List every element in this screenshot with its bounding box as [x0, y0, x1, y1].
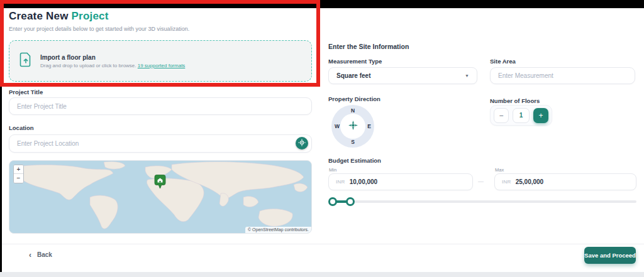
back-label: Back — [37, 251, 52, 258]
budget-min-value: 10,00,000 — [350, 178, 378, 185]
chevron-down-icon: ▼ — [465, 73, 469, 78]
number-of-floors-label: Number of Floors — [490, 97, 540, 104]
compass-south-label: S — [351, 139, 355, 145]
dropzone-subtitle: Drag and drop to upload or click to brow… — [40, 63, 185, 68]
page-title-accent: Project — [72, 10, 109, 22]
floors-decrement-button[interactable]: − — [494, 108, 509, 123]
footer-divider — [2, 244, 644, 244]
compass-west-label: W — [335, 123, 340, 129]
location-input[interactable] — [9, 134, 312, 153]
compass-north-label: N — [351, 107, 355, 114]
budget-range-slider — [328, 197, 636, 207]
budget-min-input[interactable]: INR 10,00,000 — [328, 173, 473, 190]
page-title: Create New Project — [9, 10, 109, 23]
floors-stepper: − 1 + — [490, 105, 552, 126]
budget-max-label: Max — [495, 167, 504, 173]
slider-track[interactable] — [328, 200, 636, 203]
page-subtitle: Enter your project details below to get … — [9, 26, 189, 32]
floors-value: 1 — [513, 108, 530, 123]
floors-increment-button[interactable]: + — [533, 108, 548, 123]
property-direction-compass[interactable]: N S W E — [331, 105, 374, 148]
compass-rose-icon — [348, 121, 358, 133]
map-zoom-control: + − — [13, 165, 24, 183]
location-map[interactable]: + − © OpenStreetMap contributors. — [9, 160, 312, 234]
supported-formats-link[interactable]: 19 supported formats — [138, 63, 186, 68]
budget-range-separator: — — [478, 178, 484, 185]
project-title-label: Project Title — [9, 89, 43, 95]
world-map-graphic — [9, 161, 312, 234]
dropzone-title: Import a floor plan — [40, 54, 185, 61]
slider-max-handle[interactable] — [346, 197, 355, 206]
back-button[interactable]: ‹ Back — [29, 251, 52, 258]
location-label: Location — [9, 124, 34, 131]
floor-plan-dropzone[interactable]: Import a floor plan Drag and drop to upl… — [9, 40, 312, 82]
budget-max-value: 25,00,000 — [516, 178, 544, 185]
upload-file-icon — [19, 52, 32, 70]
measurement-type-value: Square feet — [336, 72, 370, 79]
currency-prefix: INR — [336, 179, 345, 185]
budget-min-label: Min — [329, 167, 336, 173]
map-attribution: © OpenStreetMap contributors. — [245, 227, 311, 233]
slider-min-handle[interactable] — [328, 197, 337, 206]
screenshot-frame: Create New Project Enter your project de… — [0, 0, 644, 277]
locate-target-icon — [298, 139, 306, 148]
bottom-edge-strip — [0, 272, 644, 277]
site-area-input[interactable] — [490, 67, 635, 84]
compass-east-label: E — [367, 123, 371, 129]
site-info-heading: Enter the Site Information — [328, 43, 409, 50]
property-direction-label: Property Direction — [328, 95, 380, 102]
measurement-type-select[interactable]: Square feet ▼ — [328, 67, 477, 84]
project-title-input[interactable] — [9, 97, 312, 115]
page-title-prefix: Create New — [9, 10, 72, 22]
map-marker-icon[interactable] — [154, 175, 166, 194]
save-and-proceed-button[interactable]: Save and Proceed — [584, 247, 636, 264]
currency-prefix: INR — [502, 179, 511, 185]
site-area-label: Site Area — [490, 58, 516, 65]
zoom-in-button[interactable]: + — [14, 165, 23, 174]
locate-me-button[interactable] — [296, 137, 308, 149]
compass-face — [340, 114, 365, 139]
measurement-type-label: Measurement Type — [328, 58, 382, 65]
budget-estimation-label: Budget Estimation — [328, 157, 381, 164]
back-chevron-icon: ‹ — [29, 252, 31, 258]
zoom-out-button[interactable]: − — [14, 174, 23, 183]
budget-max-input[interactable]: INR 25,00,000 — [494, 173, 636, 190]
